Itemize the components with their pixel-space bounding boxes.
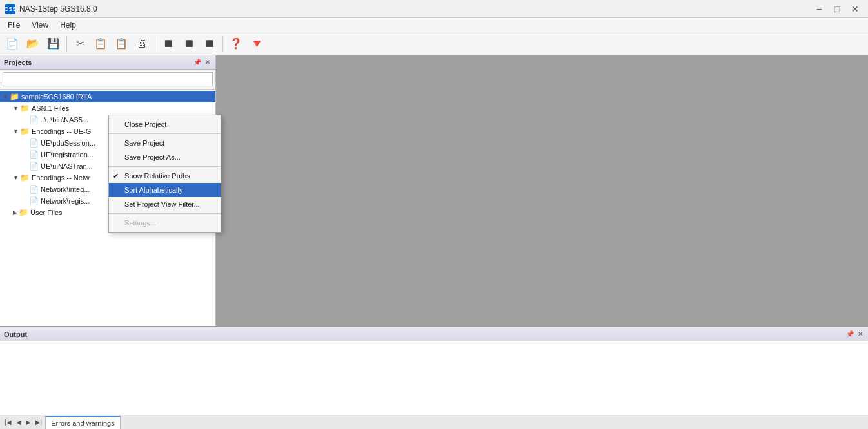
output-panel-controls: 📌 ✕ [845,330,864,338]
toolbar-sep-2 [155,36,155,52]
app-icon: OSS [5,4,15,14]
titlebar-left: OSS NAS-1Step 5GS16.8.0 [5,4,97,14]
output-content [0,341,868,415]
ctx-settings: Settings... [109,216,221,230]
tree-item-root[interactable]: ▼ 📁 sample5GS1680 [R][A [0,91,215,102]
menu-view[interactable]: View [26,19,54,31]
folder-icon-enc-ue: 📁 [20,127,30,136]
main-container: Projects 📌 ✕ ▼ 📁 sample5GS1680 [R][A [0,55,868,429]
minimize-button[interactable]: − [811,3,827,15]
paste-button[interactable]: 📋 [112,35,131,53]
ctx-sep-2 [109,166,221,167]
ctx-show-relative-paths[interactable]: ✔ Show Relative Paths [109,169,221,183]
new-button[interactable]: 📄 [3,35,22,53]
toolbar-btn-6[interactable]: ⬛ [179,35,199,53]
panel-pin-button[interactable]: 📌 [192,59,202,66]
panel-controls: 📌 ✕ [192,59,212,66]
ctx-sep-1 [109,133,221,134]
search-input[interactable] [3,72,213,86]
ctx-sep-3 [109,213,221,214]
menu-help[interactable]: Help [55,19,81,31]
toolbar-dropdown[interactable]: 🔻 [247,35,266,53]
help-button[interactable]: ❓ [226,35,246,53]
file-icon-ui: 📄 [29,162,39,171]
nav-first-button[interactable]: |◀ [3,419,14,426]
toolbar: 📄 📂 💾 ✂ 📋 📋 🖨 ⬛ ⬛ ⬛ ❓ 🔻 [0,32,868,55]
toolbar-sep-3 [222,36,223,52]
titlebar: OSS NAS-1Step 5GS16.8.0 − □ ✕ [0,0,868,18]
maximize-button[interactable]: □ [829,3,845,15]
tab-errors-warnings[interactable]: Errors and warnings [45,416,120,429]
tree-toggle-asn1[interactable]: ▼ [13,105,19,111]
output-tabs: |◀ ◀ ▶ ▶| Errors and warnings [0,415,868,429]
output-panel: Output 📌 ✕ |◀ ◀ ▶ ▶| Errors and warnings [0,327,868,429]
print-button[interactable]: 🖨 [132,35,152,53]
tree-toggle-enc-net[interactable]: ▼ [13,175,19,181]
bottom-area: Output 📌 ✕ |◀ ◀ ▶ ▶| Errors and warnings [0,326,868,429]
search-bar [0,70,215,90]
menu-file[interactable]: File [3,19,25,31]
nav-arrows: |◀ ◀ ▶ ▶| [3,419,44,426]
nav-last-button[interactable]: ▶| [34,419,44,426]
output-pin-button[interactable]: 📌 [845,330,855,338]
ctx-save-project-as[interactable]: Save Project As... [109,150,221,164]
ctx-save-project[interactable]: Save Project [109,136,221,150]
output-title: Output [4,330,27,338]
titlebar-controls: − □ ✕ [811,3,863,15]
toolbar-sep-1 [66,36,67,52]
cut-button[interactable]: ✂ [70,35,90,53]
copy-button[interactable]: 📋 [91,35,110,53]
toolbar-btn-7[interactable]: ⬛ [200,35,219,53]
output-close-button[interactable]: ✕ [856,330,864,338]
folder-icon-enc-net: 📁 [20,173,30,182]
titlebar-title: NAS-1Step 5GS16.8.0 [19,5,97,14]
toolbar-btn-5[interactable]: ⬛ [159,35,178,53]
tree-toggle-enc-ue[interactable]: ▼ [13,128,19,135]
open-button[interactable]: 📂 [23,35,43,53]
tree-toggle-root[interactable]: ▼ [3,93,8,100]
nav-prev-button[interactable]: ◀ [14,419,23,426]
nav-next-button[interactable]: ▶ [24,419,33,426]
ctx-close-project[interactable]: Close Project [109,117,221,131]
tree-toggle-user[interactable]: ▶ [13,209,17,216]
ctx-set-filter[interactable]: Set Project View Filter... [109,197,221,211]
file-icon-netreg: 📄 [29,196,39,205]
panel-header: Projects 📌 ✕ [0,55,215,70]
panel-close-button[interactable]: ✕ [204,59,212,66]
file-icon-reg: 📄 [29,150,39,159]
file-icon-bin: 📄 [29,115,39,124]
menubar: File View Help [0,18,868,32]
output-header: Output 📌 ✕ [0,327,868,341]
main-gray-area [216,55,868,326]
context-menu: Close Project Save Project Save Project … [108,115,221,233]
file-icon-netint: 📄 [29,185,39,194]
close-button[interactable]: ✕ [847,3,863,15]
file-icon-pdu: 📄 [29,138,39,148]
check-icon-relative: ✔ [113,172,119,180]
folder-icon-asn1: 📁 [20,104,30,113]
folder-icon-user: 📁 [19,208,28,217]
ctx-sort-alphabetically[interactable]: Sort Alphabetically [109,183,221,197]
save-button[interactable]: 💾 [44,35,63,53]
tree-item-asn1[interactable]: ▼ 📁 ASN.1 Files [0,102,215,114]
folder-icon-root: 📁 [10,92,19,101]
panel-title: Projects [4,59,32,66]
